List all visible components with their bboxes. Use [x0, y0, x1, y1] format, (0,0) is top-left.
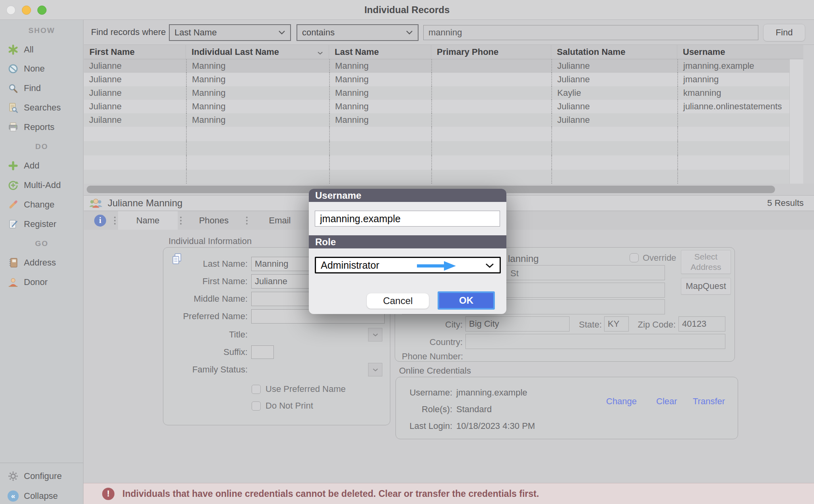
- pencil-icon: [6, 199, 20, 211]
- table-row[interactable]: Julianne Manning Manning Julianne julian…: [84, 100, 803, 113]
- tab-email[interactable]: Email: [250, 211, 310, 230]
- credentials-roles-label: Role(s):: [404, 404, 452, 415]
- zip-code-input[interactable]: [678, 316, 725, 331]
- magnifier-icon: [6, 82, 20, 94]
- last-name-label: Last Name:: [163, 259, 248, 269]
- family-status-dropdown-button[interactable]: [368, 363, 382, 376]
- sidebar-item-multi-add[interactable]: Multi-Add: [0, 177, 83, 193]
- do-not-print-checkbox[interactable]: [252, 401, 261, 411]
- field-selector[interactable]: Last Name: [169, 24, 291, 41]
- suffix-label: Suffix:: [163, 347, 248, 357]
- chevron-down-icon: [406, 29, 413, 36]
- column-header-salutation-name[interactable]: Salutation Name: [551, 45, 677, 59]
- column-header-individual-last-name[interactable]: Individual Last Name: [186, 45, 329, 59]
- sidebar-item-all[interactable]: All: [0, 42, 83, 58]
- online-credentials-panel: Username: jmanning.example Role(s): Stan…: [395, 377, 738, 439]
- city-label: City:: [415, 320, 463, 330]
- country-input[interactable]: [465, 334, 725, 349]
- sidebar-item-label: Multi-Add: [24, 180, 61, 190]
- sidebar-item-reports[interactable]: Reports: [0, 119, 83, 135]
- chevron-down-icon: [278, 29, 285, 36]
- tab-separator-dots: [246, 220, 248, 221]
- sidebar-item-label: Reports: [24, 122, 54, 132]
- sidebar-item-label: Find: [24, 83, 41, 93]
- address-name-fragment: lanning: [508, 253, 539, 264]
- sidebar-item-configure[interactable]: Configure: [0, 468, 83, 484]
- title-dropdown-button[interactable]: [368, 328, 382, 341]
- table-row[interactable]: Juilanne Manning Manning Juilanne: [84, 113, 803, 127]
- transfer-credentials-link[interactable]: Transfer: [693, 396, 725, 407]
- find-records-label: Find records where: [91, 27, 166, 37]
- ok-button[interactable]: OK: [438, 291, 495, 310]
- select-address-button[interactable]: Select Address: [681, 250, 731, 274]
- sidebar-item-change[interactable]: Change: [0, 197, 83, 213]
- do-not-print-label: Do Not Print: [266, 401, 313, 411]
- city-input[interactable]: [465, 316, 570, 331]
- sidebar-item-donor[interactable]: Donor: [0, 274, 83, 290]
- column-header-username[interactable]: Username: [677, 45, 803, 59]
- suffix-input[interactable]: [251, 345, 274, 359]
- phone-number-label: Phone Number:: [402, 351, 463, 362]
- preferred-name-label: Preferred Name:: [163, 311, 248, 322]
- username-role-dialog: Username Role Administrator Cancel OK: [309, 189, 506, 314]
- column-header-first-name[interactable]: First Name: [84, 45, 186, 59]
- sidebar-item-label: Register: [24, 219, 56, 229]
- state-input[interactable]: [604, 316, 629, 331]
- empty-table-row: [84, 127, 803, 141]
- address-book-icon: [6, 257, 20, 269]
- sidebar-item-label: Searches: [24, 103, 61, 113]
- operator-selector[interactable]: contains: [297, 24, 419, 41]
- searches-icon: [6, 102, 20, 114]
- override-label: Override: [643, 253, 676, 263]
- sidebar-item-address[interactable]: Address: [0, 255, 83, 271]
- sidebar-section-show: SHOW: [0, 26, 83, 35]
- credentials-last-login-label: Last Login:: [399, 421, 452, 431]
- warning-banner: ! Individuals that have online credentia…: [83, 483, 814, 504]
- mapquest-button[interactable]: MapQuest: [681, 278, 731, 295]
- role-dropdown[interactable]: Administrator: [315, 257, 501, 273]
- sidebar-item-label: Collapse: [24, 491, 58, 501]
- tab-name[interactable]: Name: [118, 211, 178, 230]
- clear-credentials-link[interactable]: Clear: [656, 396, 677, 407]
- change-credentials-link[interactable]: Change: [606, 396, 637, 407]
- sort-chevron-icon: [317, 47, 323, 57]
- tab-phones[interactable]: Phones: [184, 211, 244, 230]
- sidebar-item-register[interactable]: Register: [0, 216, 83, 232]
- donor-icon: [6, 276, 20, 288]
- column-header-primary-phone[interactable]: Primary Phone: [431, 45, 551, 59]
- search-query-input[interactable]: [423, 25, 758, 40]
- sidebar-item-label: Change: [24, 200, 54, 210]
- country-label: Country:: [415, 337, 463, 347]
- register-icon: [6, 218, 20, 230]
- sidebar-item-none[interactable]: None: [0, 61, 83, 77]
- middle-name-label: Middle Name:: [163, 294, 248, 304]
- sidebar-item-find[interactable]: Find: [0, 80, 83, 96]
- record-name: Julianne Manning: [108, 198, 182, 209]
- sidebar-item-collapse[interactable]: « Collapse: [0, 488, 83, 504]
- use-preferred-name-checkbox[interactable]: [252, 385, 261, 394]
- warning-icon: !: [102, 488, 114, 500]
- override-checkbox[interactable]: [630, 253, 639, 262]
- pointer-arrow-icon: [417, 261, 457, 273]
- dialog-role-header: Role: [309, 235, 506, 248]
- sidebar-item-label: Add: [24, 161, 39, 171]
- asterisk-icon: [6, 44, 20, 56]
- table-row[interactable]: Julianne Manning Manning Julianne jmanni…: [84, 73, 803, 86]
- column-header-last-name[interactable]: Last Name: [329, 45, 431, 59]
- tab-separator-dots: [114, 220, 116, 221]
- sidebar-item-label: All: [24, 45, 33, 55]
- table-row-selected[interactable]: Julianne Manning Manning Julianne jmanni…: [84, 59, 803, 73]
- table-vertical-scrollbar-track[interactable]: [789, 59, 803, 184]
- dialog-username-input[interactable]: [315, 211, 500, 227]
- printer-icon: [6, 121, 20, 133]
- sidebar-item-searches[interactable]: Searches: [0, 100, 83, 116]
- find-button[interactable]: Find: [763, 24, 805, 41]
- cancel-button[interactable]: Cancel: [366, 293, 429, 309]
- credentials-username-value: jmanning.example: [456, 388, 527, 398]
- info-icon[interactable]: i: [94, 215, 106, 227]
- none-icon: [6, 63, 20, 75]
- window-title: Individual Records: [0, 4, 814, 16]
- sidebar-item-add[interactable]: Add: [0, 158, 83, 174]
- individual-records-window: Individual Records SHOW All None Find: [0, 0, 814, 504]
- table-row[interactable]: Julianne Manning Manning Kaylie kmanning: [84, 86, 803, 100]
